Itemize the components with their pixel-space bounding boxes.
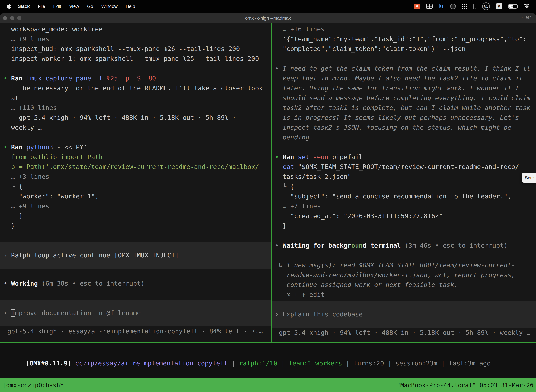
close-button[interactable] [3,16,7,20]
terminal-line: ] [4,211,271,221]
menu-app-name[interactable]: Slack [14,0,34,13]
waiting-status: • Waiting for background terminal (3m 46… [275,241,536,250]
terminal-line: "created_at": "2026-03-31T11:59:27.816Z" [275,211,536,221]
text-segment: • [275,153,282,160]
menu-view[interactable]: View [65,0,83,13]
text-segment: is in progress? It seems likely but perh… [275,114,519,121]
dots-grid-icon[interactable] [462,4,467,9]
menu-window[interactable]: Window [97,0,121,13]
text-segment: gpt-5.4 xhigh · essay/ai-reimplementatio… [4,327,263,335]
text-segment: inspect task2's JSON, focusing on the st… [275,124,511,131]
text-segment: … +9 lines [4,35,49,42]
text-segment: -euo [313,153,332,160]
zoom-button[interactable] [17,16,21,20]
terminal-window: omx --xhigh --madmax ⌥⌘1 workspace_mode:… [0,13,536,392]
terminal-line: └ { [275,182,536,191]
text-segment: • [4,75,11,82]
text-segment: 1 new msg(s): read $OMX_TEAM_STATE_ROOT/… [287,261,515,269]
omx-ralph-counter: ralph:1/10 [239,360,277,367]
terminal-line [4,64,271,73]
ralph-loop-banner[interactable]: › Ralph loop active continue [OMX_TMUX_I… [0,242,271,269]
battery-icon[interactable] [508,4,517,9]
terminal-line: └ { [4,182,271,191]
menu-go[interactable]: Go [83,0,97,13]
working-status: • Working (6m 38s • esc to interrupt) [4,279,271,288]
minimize-button[interactable] [10,16,14,20]
text-segment: "$OMX_TEAM_STATE_ROOT/team/review-curren… [298,163,519,170]
omx-team-workers: team:1 workers [289,360,342,367]
text-segment: { [290,183,294,190]
omx-status-line: [OMX#0.11.9] cczip/essay/ai-reimplementa… [3,349,491,378]
terminal-line: from pathlib import Path [4,152,271,162]
text-segment: › [4,309,11,317]
terminal-line: p = Path('.omx/state/team/review-current… [4,162,271,172]
terminal-line: '{"team_name":"my-team","task_id":"1","f… [275,34,536,44]
terminal-line: tasks/task-2.json" [275,172,536,182]
omx-session-info: turns:20 | session:23m | last:3m ago [354,360,491,367]
text-segment: (6m 38s • esc to interrupt) [38,280,144,287]
text-segment: inspect_worker-1: omx sparkshell --tmux-… [4,55,259,62]
text-segment: } [275,222,287,229]
text-segment: Waiting for backgr [282,242,351,249]
terminal-line: … +9 lines [4,201,271,211]
text-segment: "worker": "worker-1", [4,193,99,200]
phone-icon[interactable] [473,4,476,9]
text-segment: … +3 lines [4,173,49,180]
text-segment: … +110 lines [4,104,57,111]
terminal-pane-left[interactable]: workspace_mode: worktree … +9 lines insp… [0,23,271,342]
text-segment: I need to get the claim token from the c… [282,65,530,72]
terminal-line: } [4,221,271,231]
battery-percentage-badge[interactable]: 61 [482,2,490,10]
terminal-line: … +7 lines [275,201,536,211]
text-segment: python3 [26,144,57,151]
text-segment: } [4,222,15,229]
app-icon-blue[interactable] [439,4,444,9]
terminal-line: workspace_mode: worktree [4,24,271,34]
text-segment: • [275,242,282,249]
input-source-icon[interactable]: A [496,3,502,9]
text-segment: - <<'PY' [57,144,87,151]
prompt-suggestion[interactable]: › Explain this codebase [272,301,536,328]
terminal-line: weekly … [4,123,271,132]
omx-separator: | [277,360,289,367]
app-icon-dark-circle[interactable] [450,4,456,9]
text-segment: workspace_mode: worktree [4,25,103,33]
text-segment: › [275,311,282,318]
terminal-line [275,54,536,64]
terminal-line: "completed","claim_token":"claim-token"}… [275,44,536,54]
terminal-line [4,288,271,298]
terminal-line: should send a message before completing … [275,93,536,103]
terminal-line: readme-and-reco/mailbox/worker-1.json, a… [275,270,536,280]
terminal-line [275,250,536,260]
terminal-line [4,132,271,142]
terminal-line: later. Using the same for transition mig… [275,83,536,93]
charging-bolt-icon [511,5,513,8]
menu-file[interactable]: File [34,0,49,13]
screen-recording-indicator-icon[interactable] [414,4,420,9]
text-segment: Ran [282,153,298,160]
text-segment: └ [275,183,290,190]
menu-help[interactable]: Help [122,0,139,13]
text-segment: … +7 lines [275,202,321,210]
terminal-line: inspect_hud: omx sparkshell --tmux-pane … [4,44,271,54]
text-segment: keep that in mind. Maybe I also need the… [275,75,523,82]
terminal-line: "subject": "send a concise recommendatio… [275,191,536,201]
ran-python: • Ran python3 - <<'PY' [4,142,271,152]
text-segment: tasks/task-2.json" [275,173,351,180]
text-segment: ] [4,212,23,219]
text-segment: • [275,65,282,72]
window-controls [0,16,21,20]
text-segment: %25 -p -S -80 [106,75,156,82]
window-title-bar[interactable]: omx --xhigh --madmax ⌥⌘1 [0,13,536,23]
wifi-icon[interactable] [523,4,530,9]
display-grid-icon[interactable] [426,4,433,9]
terminal-line: inspect task2's JSON, focusing on the st… [275,123,536,132]
text-segment: Working [11,280,38,287]
prompt-input[interactable]: › Improve documentation in @filename [0,300,271,326]
terminal-pane-right[interactable]: … +16 lines '{"team_name":"my-team","tas… [272,23,536,342]
apple-menu[interactable] [4,4,14,9]
text-segment: task2 after task1 is complete, but can I… [275,104,530,111]
menu-edit[interactable]: Edit [49,0,65,13]
text-segment: Explain this codebase [282,311,363,318]
menubar-status-icons: 61 A [414,2,532,10]
